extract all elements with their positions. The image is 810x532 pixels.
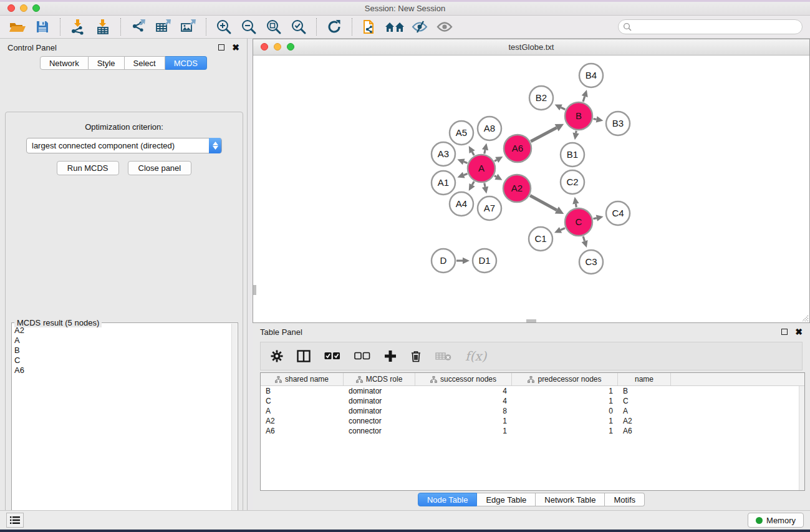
table-cell[interactable]: 1 — [415, 426, 512, 436]
tab-mcds[interactable]: MCDS — [165, 56, 207, 70]
table-cell[interactable]: dominator — [344, 396, 415, 406]
graph-edge-C-C3[interactable] — [583, 236, 584, 241]
task-history-button[interactable] — [6, 513, 24, 528]
tab-network-table[interactable]: Network Table — [536, 493, 605, 506]
houses-button[interactable] — [382, 17, 407, 37]
graph-edge-A-A6[interactable] — [494, 160, 497, 161]
table-cell[interactable]: 1 — [512, 426, 618, 436]
table-cell[interactable]: 1 — [415, 416, 512, 426]
tab-edge-table[interactable]: Edge Table — [477, 493, 536, 506]
table-row[interactable]: Cdominator41C — [261, 396, 804, 406]
import-table-button[interactable] — [90, 17, 115, 37]
graph-edge-A-A5[interactable] — [472, 152, 474, 156]
refresh-button[interactable] — [322, 17, 347, 37]
close-panel-button[interactable]: Close panel — [128, 161, 192, 175]
graph-edge-C-C1[interactable] — [561, 228, 565, 230]
table-row[interactable]: Adominator80A — [261, 406, 804, 416]
table-cell[interactable]: 4 — [415, 386, 512, 396]
graph-node-A5[interactable]: A5 — [450, 121, 473, 145]
graph-node-A3[interactable]: A3 — [432, 142, 455, 166]
graph-edge-B-B3[interactable] — [594, 118, 597, 119]
graph-node-A6[interactable]: A6 — [504, 135, 531, 162]
save-session-button[interactable] — [30, 17, 55, 37]
graph-node-C4[interactable]: C4 — [606, 201, 630, 225]
table-cell[interactable]: A — [261, 406, 344, 416]
graph-edge-A6-B[interactable] — [531, 128, 556, 142]
graph-node-A7[interactable]: A7 — [478, 196, 501, 220]
mcds-result-item[interactable]: A6 — [14, 365, 231, 375]
mcds-result-item[interactable]: C — [14, 355, 231, 365]
tab-motifs[interactable]: Motifs — [605, 493, 645, 506]
table-cell[interactable]: 1 — [512, 416, 618, 426]
table-row[interactable]: A6connector11A6 — [261, 426, 804, 436]
resize-grip-icon[interactable] — [800, 313, 809, 322]
table-cell[interactable]: dominator — [344, 406, 415, 416]
zoom-fit-button[interactable] — [261, 17, 286, 37]
graph-edge-A-A1[interactable] — [464, 173, 468, 175]
table-gear-button[interactable] — [271, 350, 283, 362]
column-header-predecessor-nodes[interactable]: predecessor nodes — [512, 373, 618, 385]
float-panel-icon[interactable] — [218, 44, 224, 51]
table-scrollbar[interactable] — [799, 386, 804, 490]
canvas-vertical-scroll-thumb[interactable] — [253, 285, 256, 295]
tab-network[interactable]: Network — [40, 56, 89, 70]
graph-edge-B-B1[interactable] — [576, 131, 577, 133]
graph-node-B4[interactable]: B4 — [579, 64, 603, 87]
zoom-selected-button[interactable] — [286, 17, 311, 37]
zoom-window-button[interactable] — [32, 4, 40, 12]
table-cell[interactable]: B — [261, 386, 344, 396]
deselect-all-button[interactable] — [354, 352, 370, 360]
export-network-button[interactable] — [126, 17, 151, 37]
table-row[interactable]: Bdominator41B — [261, 386, 804, 396]
table-cell[interactable]: A6 — [261, 426, 344, 436]
function-builder-icon[interactable]: f(x) — [465, 349, 486, 364]
table-row[interactable]: A2connector11A2 — [261, 416, 804, 426]
delete-column-button[interactable] — [410, 350, 422, 362]
export-table-button[interactable] — [151, 17, 176, 37]
table-cell[interactable]: A2 — [261, 416, 344, 426]
graph-node-B[interactable]: B — [565, 102, 592, 130]
criterion-select[interactable]: largest connected component (directed) — [26, 138, 222, 153]
export-image-button[interactable] — [176, 17, 201, 37]
graph-node-D[interactable]: D — [432, 249, 455, 273]
tab-select[interactable]: Select — [125, 56, 165, 70]
network-from-selection-button[interactable] — [357, 17, 382, 37]
table-cell[interactable]: 4 — [415, 396, 512, 406]
float-table-panel-icon[interactable] — [781, 329, 788, 335]
graph-edge-A2-C[interactable] — [530, 195, 557, 210]
graph-node-B3[interactable]: B3 — [606, 112, 630, 135]
graph-node-A4[interactable]: A4 — [450, 192, 473, 216]
hide-selected-button[interactable] — [407, 17, 432, 37]
network-canvas[interactable]: B4B2BB3A8A5A6A3B1AA1C2A2A4A7C4CC1C3DD1 — [253, 56, 809, 322]
graph-node-B1[interactable]: B1 — [561, 143, 584, 167]
graph-node-C3[interactable]: C3 — [579, 250, 603, 274]
delete-table-button[interactable] — [435, 351, 451, 361]
memory-button[interactable]: Memory — [748, 513, 804, 528]
graph-node-A8[interactable]: A8 — [478, 117, 501, 140]
table-cell[interactable]: 8 — [415, 406, 512, 416]
canvas-horizontal-scroll-thumb[interactable] — [526, 319, 536, 322]
graph-node-C[interactable]: C — [565, 208, 592, 236]
mcds-result-item[interactable]: A — [14, 336, 231, 346]
tab-style[interactable]: Style — [89, 56, 125, 70]
mcds-scrollbar[interactable] — [231, 324, 237, 532]
table-cell[interactable]: C — [618, 396, 671, 406]
graph-node-D1[interactable]: D1 — [473, 249, 496, 273]
table-cell[interactable]: A6 — [618, 426, 671, 436]
network-minimize-button[interactable] — [274, 43, 281, 51]
table-cell[interactable]: C — [261, 396, 344, 406]
show-hidden-button[interactable] — [432, 17, 457, 37]
graph-edge-C-C2[interactable] — [576, 204, 576, 208]
mcds-result-list[interactable]: A2ABCA6 — [12, 326, 231, 532]
graph-node-C1[interactable]: C1 — [529, 227, 552, 251]
zoom-in-button[interactable] — [211, 17, 236, 37]
graph-node-A[interactable]: A — [468, 155, 495, 182]
mcds-result-item[interactable]: B — [14, 346, 231, 355]
network-window-titlebar[interactable]: testGlobe.txt — [253, 39, 809, 56]
select-all-button[interactable] — [324, 352, 340, 360]
table-cell[interactable]: connector — [344, 416, 415, 426]
import-network-button[interactable] — [65, 17, 90, 37]
zoom-out-button[interactable] — [236, 17, 261, 37]
table-cell[interactable]: connector — [344, 426, 415, 436]
graph-node-B2[interactable]: B2 — [529, 86, 553, 110]
